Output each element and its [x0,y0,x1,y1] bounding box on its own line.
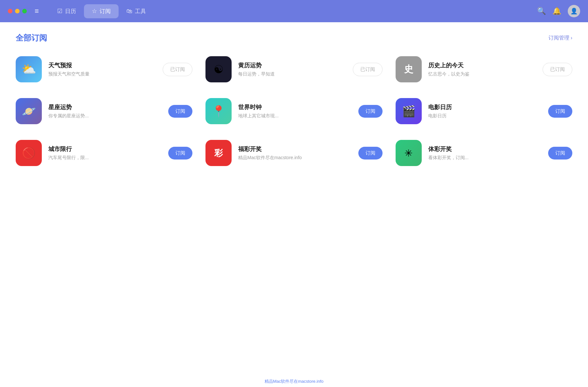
subscription-item-worldclock: 📍 世界时钟 地球上其它城市现... 订阅 [205,95,382,127]
name-weather: 天气预报 [48,61,156,69]
minimize-button[interactable] [15,9,20,13]
info-history: 历史上的今天 忆古思今，以史为鉴 [428,61,536,77]
subscription-item-movie: 🎬 电影日历 电影日历 订阅 [396,95,572,127]
desc-weather: 预报天气和空气质量 [48,71,156,77]
desc-lottery: 精品Mac软件尽在macstore.info [238,155,351,161]
tab-calendar[interactable]: ☑ 日历 [49,4,84,18]
chevron-right-icon: › [571,35,572,41]
tab-tools[interactable]: 🛍 工具 [119,4,154,18]
subscribe-button-worldclock[interactable]: 订阅 [358,105,383,118]
manage-label: 订阅管理 [548,35,569,42]
desc-city: 汽车尾号限行，限... [48,155,162,161]
avatar[interactable]: 👤 [568,5,580,17]
window-controls [8,9,27,13]
subscription-item-lunar: ☯ 黄历运势 每日运势，早知道 已订阅 [205,53,382,86]
icon-city: 🚫 [16,140,42,166]
avatar-icon: 👤 [570,8,578,15]
desc-history: 忆古思今，以史为鉴 [428,71,536,77]
name-horoscope: 星座运势 [48,103,162,111]
manage-link[interactable]: 订阅管理 › [548,35,572,42]
name-lottery: 福彩开奖 [238,145,351,153]
desc-movie: 电影日历 [428,113,542,119]
subscription-item-city: 🚫 城市限行 汽车尾号限行，限... 订阅 [16,137,192,169]
subscription-item-horoscope: 🪐 星座运势 你专属的星座运势... 订阅 [16,95,192,127]
icon-history: 史 [396,56,422,82]
icon-horoscope: 🪐 [16,98,42,124]
subscription-item-sports: ✳ 体彩开奖 看体彩开奖，订阅... 订阅 [396,137,572,169]
search-icon[interactable]: 🔍 [537,7,546,15]
icon-weather: ⛅ [16,56,42,82]
icon-movie: 🎬 [396,98,422,124]
nav-right: 🔍 🔔 👤 [537,5,580,17]
subscription-icon: ☆ [92,8,97,15]
calendar-icon: ☑ [57,8,62,15]
tab-calendar-label: 日历 [65,8,76,15]
info-horoscope: 星座运势 你专属的星座运势... [48,103,162,119]
tools-icon: 🛍 [126,8,132,15]
subscription-item-lottery: 彩 福彩开奖 精品Mac软件尽在macstore.info 订阅 [205,137,382,169]
info-worldclock: 世界时钟 地球上其它城市现... [238,103,351,119]
titlebar: ≡ ☑ 日历 ☆ 订阅 🛍 工具 🔍 🔔 👤 [0,0,588,22]
section-header: 全部订阅 订阅管理 › [16,33,572,43]
nav-tabs: ☑ 日历 ☆ 订阅 🛍 工具 [49,4,537,18]
name-movie: 电影日历 [428,103,542,111]
subscribe-button-lunar[interactable]: 已订阅 [353,63,383,76]
info-city: 城市限行 汽车尾号限行，限... [48,145,162,161]
name-worldclock: 世界时钟 [238,103,351,111]
subscription-item-history: 史 历史上的今天 忆古思今，以史为鉴 已订阅 [396,53,572,86]
subscribe-button-horoscope[interactable]: 订阅 [168,105,192,118]
bell-icon[interactable]: 🔔 [552,7,561,15]
name-lunar: 黄历运势 [238,61,346,69]
tab-tools-label: 工具 [135,8,146,15]
desc-sports: 看体彩开奖，订阅... [428,155,542,161]
name-sports: 体彩开奖 [428,145,542,153]
desc-worldclock: 地球上其它城市现... [238,113,351,119]
info-movie: 电影日历 电影日历 [428,103,542,119]
subscribe-button-movie[interactable]: 订阅 [548,105,572,118]
icon-lunar: ☯ [205,56,232,82]
menu-icon[interactable]: ≡ [35,7,39,15]
tab-subscription-label: 订阅 [100,8,111,15]
subscribe-button-sports[interactable]: 订阅 [548,147,572,160]
desc-horoscope: 你专属的星座运势... [48,113,162,119]
subscribe-button-weather[interactable]: 已订阅 [163,63,192,76]
maximize-button[interactable] [22,9,27,13]
info-sports: 体彩开奖 看体彩开奖，订阅... [428,145,542,161]
subscription-item-weather: ⛅ 天气预报 预报天气和空气质量 已订阅 [16,53,192,86]
tab-subscription[interactable]: ☆ 订阅 [84,4,119,18]
info-lottery: 福彩开奖 精品Mac软件尽在macstore.info [238,145,351,161]
icon-sports: ✳ [396,140,422,166]
name-city: 城市限行 [48,145,162,153]
desc-lunar: 每日运势，早知道 [238,71,346,77]
subscribe-button-history[interactable]: 已订阅 [543,63,572,76]
info-lunar: 黄历运势 每日运势，早知道 [238,61,346,77]
info-weather: 天气预报 预报天气和空气质量 [48,61,156,77]
name-history: 历史上的今天 [428,61,536,69]
subscribe-button-city[interactable]: 订阅 [168,147,192,160]
close-button[interactable] [8,9,12,13]
section-title: 全部订阅 [16,33,47,43]
icon-worldclock: 📍 [205,98,232,124]
main-content: 全部订阅 订阅管理 › ⛅ 天气预报 预报天气和空气质量 已订阅 ☯ 黄历运势 … [0,22,588,387]
subscriptions-grid: ⛅ 天气预报 预报天气和空气质量 已订阅 ☯ 黄历运势 每日运势，早知道 已订阅… [16,53,572,169]
subscribe-button-lottery[interactable]: 订阅 [358,147,383,160]
icon-lottery: 彩 [205,140,232,166]
